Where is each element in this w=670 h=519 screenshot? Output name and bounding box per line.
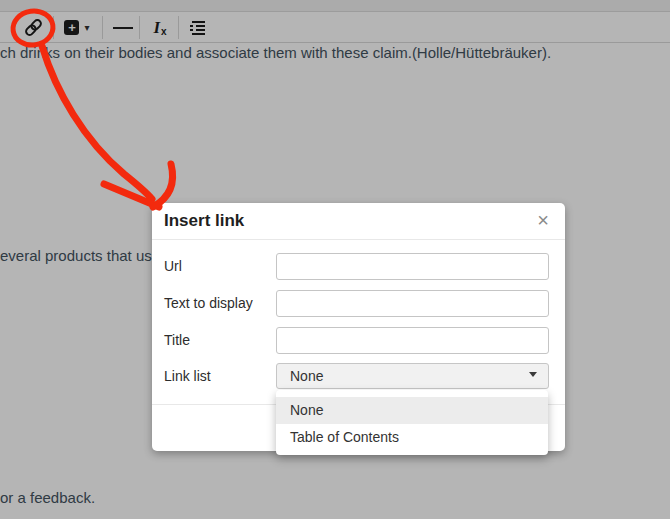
url-input[interactable] <box>276 253 549 280</box>
dialog-header: Insert link × <box>152 203 565 240</box>
link-list-dropdown: None Table of Contents <box>276 390 548 455</box>
chevron-down-icon <box>529 372 537 377</box>
close-icon[interactable]: × <box>531 208 555 232</box>
dropdown-option-table-of-contents[interactable]: Table of Contents <box>276 424 548 451</box>
dialog-title: Insert link <box>164 211 244 231</box>
link-list-select[interactable]: None <box>276 363 549 389</box>
title-input[interactable] <box>276 327 549 354</box>
screenshot-stage: + ▾ Ix <box>0 0 670 519</box>
dropdown-option-none[interactable]: None <box>276 397 548 424</box>
title-label: Title <box>164 327 190 354</box>
text-to-display-label: Text to display <box>164 290 253 317</box>
url-label: Url <box>164 253 182 280</box>
text-to-display-input[interactable] <box>276 290 549 317</box>
link-list-selected-value: None <box>290 364 323 389</box>
link-list-label: Link list <box>164 363 211 390</box>
